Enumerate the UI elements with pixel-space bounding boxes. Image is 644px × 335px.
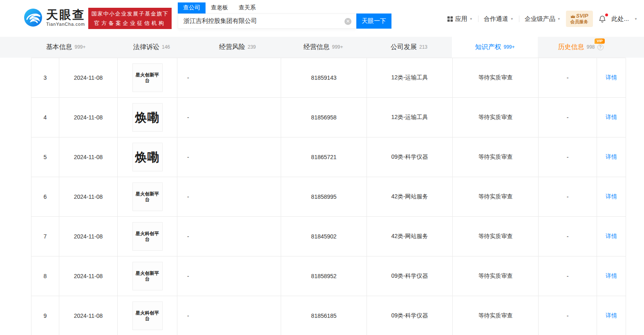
trademark-table-body: 3 2024-11-08 星火创新平台 - 81859143 12类-运输工具 … [31, 58, 626, 335]
trademark-image[interactable]: 星火科创平台 [132, 301, 163, 330]
row-category: 09类-科学仪器 [367, 256, 453, 296]
row-category: 12类-运输工具 [367, 58, 453, 98]
row-index: 5 [31, 137, 59, 177]
nav-apps-label: 应用 [455, 15, 467, 23]
row-application-date: 2024-11-08 [59, 217, 118, 256]
row-empty-col: - [177, 296, 281, 335]
trademark-image[interactable]: 星火科创平台 [132, 222, 163, 251]
detail-link[interactable]: 详情 [606, 74, 617, 81]
logo[interactable]: 天眼查 TianYanCha.com [24, 8, 85, 27]
detail-link[interactable]: 详情 [606, 153, 617, 161]
row-application-date: 2024-11-08 [59, 98, 118, 137]
row-application-date: 2024-11-08 [59, 177, 118, 217]
search-tab-company[interactable]: 查公司 [178, 2, 206, 13]
svip-badge[interactable]: SVIP 会员服务 [566, 11, 593, 27]
row-mark-cell: 焕嘞 [118, 98, 177, 137]
trademark-image[interactable]: 焕嘞 [132, 143, 163, 171]
tab-legal-proceedings[interactable]: 法律诉讼 146 [109, 37, 195, 58]
nav-cooperation-label: 合作通道 [484, 15, 508, 23]
search-tab-relation[interactable]: 查关系 [233, 2, 261, 13]
tab-label: 法律诉讼 [133, 43, 159, 52]
nav-apps[interactable]: 应用 ▼ [447, 15, 473, 23]
clear-icon[interactable]: ✕ [344, 18, 351, 25]
row-empty-col2: - [539, 98, 597, 137]
tab-company-development[interactable]: 公司发展 213 [366, 37, 452, 58]
row-mark-cell: 星火创新平台 [118, 58, 177, 98]
nav-enterprise-label: 企业级产品 [525, 15, 555, 23]
gov-certification-badge: 国家中小企业发展子基金旗下 官方备案企业征信机构 [88, 8, 172, 29]
section-tab-bar: 基本信息 999+ 法律诉讼 146 经营风险 239 经营信息 999+ 公司… [0, 37, 644, 58]
tab-label: 经营信息 [303, 43, 329, 52]
header-nav: 应用 ▼ 合作通道 ▼ 企业级产品 ▼ SVIP 会员服务 [447, 10, 637, 27]
nav-more[interactable]: 此处... [612, 15, 629, 23]
detail-link[interactable]: 详情 [606, 312, 617, 319]
trademark-table: 3 2024-11-08 星火创新平台 - 81859143 12类-运输工具 … [31, 58, 626, 335]
tab-history-info[interactable]: 历史信息 998 VIP ? [538, 37, 624, 58]
tab-label: 基本信息 [46, 43, 72, 52]
svip-subtitle: 会员服务 [570, 19, 588, 25]
row-status: 等待实质审查 [453, 177, 539, 217]
gov-badge-line2: 官方备案企业征信机构 [94, 20, 166, 27]
row-registration-number: 81865721 [281, 137, 367, 177]
divider [478, 16, 479, 22]
row-empty-col2: - [539, 58, 597, 98]
row-empty-col2: - [539, 217, 597, 256]
search-button[interactable]: 天眼一下 [356, 13, 391, 29]
help-icon[interactable]: ? [597, 44, 604, 50]
row-detail-cell: 详情 [597, 58, 626, 98]
row-status: 等待实质审查 [453, 58, 539, 98]
notification-bell[interactable] [598, 15, 606, 23]
search-input[interactable] [178, 14, 356, 28]
row-empty-col2: - [539, 177, 597, 217]
chevron-down-icon[interactable]: ▼ [634, 17, 637, 21]
tab-count: 999+ [74, 44, 85, 50]
trademark-image[interactable]: 星火创新平台 [132, 63, 163, 92]
row-index: 9 [31, 296, 59, 335]
row-category: 42类-网站服务 [367, 177, 453, 217]
trademark-image[interactable]: 焕嘞 [132, 103, 163, 132]
tab-intellectual-property[interactable]: 知识产权 999+ [452, 37, 538, 58]
row-index: 6 [31, 177, 59, 217]
brand-name: 天眼查 [46, 9, 85, 21]
tab-count: 146 [162, 44, 170, 50]
detail-link[interactable]: 详情 [606, 233, 617, 240]
row-application-date: 2024-11-08 [59, 58, 118, 98]
table-row: 4 2024-11-08 焕嘞 - 81856958 12类-运输工具 等待实质… [31, 98, 626, 137]
table-row: 5 2024-11-08 焕嘞 - 81865721 09类-科学仪器 等待实质… [31, 137, 626, 177]
svip-title-row: SVIP [570, 13, 588, 19]
tab-count: 239 [248, 44, 256, 50]
nav-cooperation[interactable]: 合作通道 ▼ [484, 15, 514, 23]
search-tab-boss[interactable]: 查老板 [206, 2, 233, 13]
row-index: 7 [31, 217, 59, 256]
detail-link[interactable]: 详情 [606, 272, 617, 280]
divider [519, 16, 519, 22]
tab-label: 经营风险 [219, 43, 245, 52]
tab-basic-info[interactable]: 基本信息 999+ [23, 37, 109, 58]
row-status: 等待实质审查 [453, 98, 539, 137]
table-row: 6 2024-11-08 星火创新平台 - 81858995 42类-网站服务 … [31, 177, 626, 217]
row-registration-number: 81856958 [281, 98, 367, 137]
tab-count: 999+ [332, 44, 343, 50]
table-row: 3 2024-11-08 星火创新平台 - 81859143 12类-运输工具 … [31, 58, 626, 98]
detail-link[interactable]: 详情 [606, 114, 617, 121]
row-application-date: 2024-11-08 [59, 137, 118, 177]
nav-enterprise-products[interactable]: 企业级产品 ▼ [525, 15, 561, 23]
detail-link[interactable]: 详情 [606, 193, 617, 200]
row-index: 3 [31, 58, 59, 98]
tab-count: 998 [586, 44, 595, 50]
header: 天眼查 TianYanCha.com 国家中小企业发展子基金旗下 官方备案企业征… [0, 0, 644, 37]
tab-label: 知识产权 [475, 43, 501, 52]
row-empty-col: - [177, 137, 281, 177]
table-row: 8 2024-11-08 星火创新平台 - 81858952 09类-科学仪器 … [31, 256, 626, 296]
tab-count: 999+ [503, 44, 514, 50]
row-category: 09类-科学仪器 [367, 296, 453, 335]
crown-icon [570, 14, 575, 18]
brand-domain: TianYanCha.com [46, 22, 85, 27]
tab-business-info[interactable]: 经营信息 999+ [280, 37, 366, 58]
trademark-image[interactable]: 星火创新平台 [132, 182, 163, 211]
tab-operation-risk[interactable]: 经营风险 239 [195, 37, 280, 58]
trademark-image[interactable]: 星火创新平台 [132, 262, 163, 290]
table-row: 9 2024-11-08 星火科创平台 - 81856185 09类-科学仪器 … [31, 296, 626, 335]
row-detail-cell: 详情 [597, 137, 626, 177]
row-registration-number: 81858952 [281, 256, 367, 296]
